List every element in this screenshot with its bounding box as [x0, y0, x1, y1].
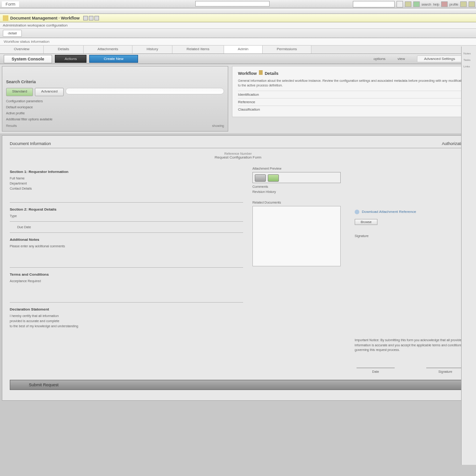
- declaration-line-3: to the best of my knowledge and understa…: [10, 324, 243, 328]
- info-row-reference: Reference: [238, 98, 468, 106]
- action-bar: System Console Actions Create New option…: [0, 54, 476, 64]
- toolbar-button-2[interactable]: [89, 16, 93, 20]
- signature-line: [426, 368, 464, 368]
- toolbar-label-3: profile: [450, 3, 458, 6]
- revision-label: Revision History: [252, 190, 345, 193]
- app-title: Document Management · Workflow: [10, 16, 79, 20]
- document-tab[interactable]: detail: [3, 30, 22, 37]
- info-panel: Workflow Details General information abo…: [232, 66, 474, 117]
- search-tab-advanced[interactable]: Advanced: [35, 88, 64, 96]
- section-terms-title: Terms and Conditions: [10, 272, 243, 277]
- declaration-line-1: I hereby certify that all information: [10, 314, 243, 317]
- related-docs-label: Related Documents: [252, 201, 345, 204]
- alert-icon[interactable]: [441, 1, 448, 7]
- status-text: Workflow status information: [4, 40, 49, 44]
- search-desc-1: Configuration parameters: [6, 99, 224, 103]
- section-notes-title: Additional Notes: [10, 238, 243, 242]
- nav-tab-details[interactable]: Details: [44, 46, 83, 53]
- form-reference-label: Reference Number: [10, 152, 466, 155]
- sidebar-tasks[interactable]: Tasks: [463, 59, 474, 61]
- field-acceptance: Acceptance Required: [10, 279, 243, 283]
- bookmark-icon[interactable]: [405, 1, 411, 7]
- badge-icon: [259, 70, 263, 75]
- results-label: Results: [6, 124, 17, 127]
- disclaimer-text: Important Notice: By submitting this for…: [355, 338, 466, 353]
- nav-tab-overview[interactable]: Overview: [0, 46, 44, 53]
- toolbar-button-1[interactable]: [83, 16, 88, 20]
- search-desc-4: Additional filter options available: [6, 117, 224, 121]
- app-subtitle: Administration workspace configuration: [0, 22, 476, 29]
- showing-label: showing: [212, 124, 224, 127]
- comments-label: Comments: [252, 185, 345, 188]
- breadcrumb-button[interactable]: System Console: [4, 55, 52, 63]
- signature-field-label: Signature: [424, 370, 466, 373]
- sidebar-notes[interactable]: Notes: [463, 52, 474, 55]
- browser-toolbar: [0, 8, 476, 14]
- refresh-icon[interactable]: [413, 1, 420, 7]
- browser-tab[interactable]: Form: [2, 1, 19, 7]
- info-panel-title: Workflow Details: [238, 70, 468, 76]
- address-bar[interactable]: [195, 1, 270, 7]
- declaration-line-2: provided is accurate and complete: [10, 319, 243, 323]
- app-icon: [3, 15, 8, 21]
- toolbar-label-1: search: [422, 3, 431, 6]
- attachment-preview-label: Attachment Preview: [252, 167, 345, 170]
- right-sidebar: Notes Tasks Links: [461, 46, 476, 465]
- user-icon[interactable]: [469, 1, 475, 7]
- nav-tabs: Overview Details Attachments History Rel…: [0, 46, 476, 54]
- search-panel: Search Criteria Standard Advanced Config…: [2, 66, 228, 132]
- info-row-identification: Identification: [238, 91, 468, 98]
- content-area: Search Criteria Standard Advanced Config…: [0, 64, 476, 133]
- sidebar-links[interactable]: Links: [463, 65, 474, 68]
- field-fullname: Full Name: [10, 177, 243, 180]
- field-comments: Please enter any additional comments: [10, 245, 243, 248]
- date-label: Date: [355, 370, 397, 373]
- submit-button[interactable]: Submit Request: [10, 380, 466, 390]
- form-title: Request Configuration Form: [10, 155, 466, 159]
- field-duedate: Due Date: [17, 225, 243, 229]
- section-2-title: Section 2: Request Details: [10, 207, 243, 212]
- section-declaration-title: Declaration Statement: [10, 307, 243, 311]
- toolbar-label-2: help: [433, 3, 439, 6]
- search-dropdown[interactable]: [397, 1, 403, 7]
- document-tab-row: detail: [0, 29, 476, 38]
- form-header-left: Document Information: [10, 141, 51, 146]
- download-link[interactable]: Download Attachment Reference: [355, 210, 466, 214]
- search-desc-2: Default workspace: [6, 105, 224, 109]
- actions-button[interactable]: Actions: [55, 55, 86, 63]
- field-department: Department: [10, 182, 243, 185]
- search-field[interactable]: [66, 88, 224, 94]
- field-contact: Contact Details: [10, 187, 243, 190]
- nav-tab-attachments[interactable]: Attachments: [84, 46, 132, 53]
- attachment-toolbar: [252, 172, 341, 183]
- browse-button[interactable]: Browse: [355, 219, 377, 225]
- attachment-icon-1[interactable]: [255, 174, 266, 182]
- nav-tab-related[interactable]: Related Items: [172, 46, 224, 53]
- top-right-toolbar: search help profile: [352, 0, 476, 8]
- search-desc-3: Active profile: [6, 111, 224, 115]
- toolbar-button-3[interactable]: [94, 16, 99, 20]
- download-icon: [355, 210, 359, 214]
- nav-tab-admin[interactable]: Admin: [224, 46, 263, 53]
- info-panel-description: General information about the selected w…: [238, 79, 468, 88]
- nav-tab-permissions[interactable]: Permissions: [263, 46, 311, 53]
- preview-box: [252, 206, 341, 266]
- advanced-settings-pill[interactable]: Advanced Settings: [417, 55, 462, 62]
- options-link[interactable]: options: [373, 57, 385, 61]
- attachment-icon-2[interactable]: [268, 174, 279, 182]
- view-link[interactable]: view: [397, 57, 405, 61]
- app-titlebar: Document Management · Workflow: [0, 14, 476, 22]
- signature-label: Signature: [355, 234, 466, 238]
- date-signature-line: [357, 368, 395, 368]
- info-row-classification: Classification: [238, 106, 468, 113]
- search-tab-standard[interactable]: Standard: [6, 88, 33, 96]
- nav-tab-history[interactable]: History: [132, 46, 172, 53]
- status-row: Workflow status information: [0, 38, 476, 46]
- section-1-title: Section 1: Requestor Information: [10, 170, 243, 174]
- main-form: Document Information Authorization Refer…: [2, 135, 474, 401]
- create-new-button[interactable]: Create New: [89, 55, 138, 63]
- settings-icon[interactable]: [460, 1, 467, 7]
- search-panel-header: Search Criteria: [6, 79, 224, 84]
- search-input[interactable]: [353, 1, 395, 7]
- field-type: Type: [10, 214, 243, 218]
